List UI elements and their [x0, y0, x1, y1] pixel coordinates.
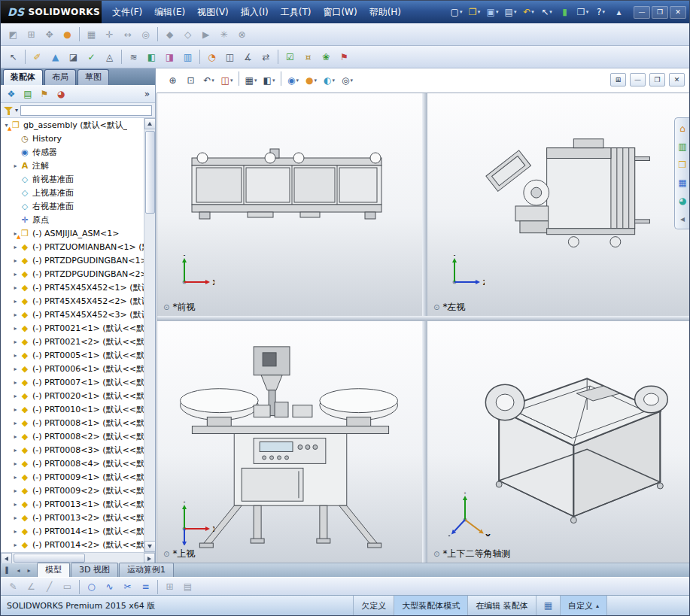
viewport-isometric[interactable]: YXZ ⊙ *上下二等角轴测 — [427, 321, 690, 563]
tree-expand-icon[interactable]: ▸ — [11, 162, 20, 169]
rebuild-icon[interactable]: ▮ — [556, 4, 573, 20]
featuremanager-tree-tab-icon[interactable]: ❖ — [4, 86, 19, 102]
menu-item[interactable]: 文件(F) — [106, 3, 148, 22]
thickness-analysis-icon[interactable]: ▥ — [179, 48, 196, 66]
tree-item[interactable]: ▸◆(-) PRT45X45X452<2> (默认 — [1, 294, 144, 308]
tree-item[interactable]: ▸◆(-) PRT0008<2> (默认<<默 — [1, 429, 144, 443]
section-view-icon[interactable]: ◫▾ — [218, 71, 236, 90]
tree-vertical-scrollbar[interactable] — [144, 118, 155, 552]
tree-expand-icon[interactable]: ▸ — [11, 379, 20, 386]
tree-expand-icon[interactable]: ▸ — [11, 474, 20, 481]
select-arrow-icon[interactable]: ↖ — [5, 48, 22, 66]
viewport-layout-icon[interactable]: ⊞ — [610, 73, 626, 86]
tree-item[interactable]: ▸◆(-) PRTZDPGUDINGBAN<1> — [1, 253, 144, 267]
status-underdefined[interactable]: 欠定义 — [353, 596, 394, 615]
mate-icon[interactable]: ✥ — [41, 26, 58, 44]
design-library-tab-icon[interactable]: ▥ — [676, 140, 689, 153]
status-customize[interactable]: 自定义▴ — [560, 596, 606, 615]
tree-item[interactable]: ▸◆(-) PRTZDPGUDINGBAN<2> — [1, 267, 144, 281]
show-hidden-components-icon[interactable]: ◎ — [137, 26, 154, 44]
new-motion-study-icon[interactable]: ▶ — [197, 26, 214, 44]
configurationmanager-tab-icon[interactable]: ⚑ — [37, 86, 52, 102]
print-icon[interactable]: ▤▾ — [502, 4, 519, 20]
status-quick-tips[interactable]: ▦ — [536, 596, 560, 615]
tree-item[interactable]: ▸◆(-) PRT0010<1> (默认<<默 — [1, 402, 144, 416]
tree-item[interactable]: ▸◆(-) PRT0013<1> (默认<<默 — [1, 497, 144, 511]
tree-expand-icon[interactable]: ▸ — [11, 244, 20, 250]
reference-geometry-icon[interactable]: ◇ — [179, 26, 196, 44]
tree-item[interactable]: ▸◆(-) PRT0005<1> (默认<<默 — [1, 348, 144, 362]
tab-scroll-left-icon[interactable]: ◂ — [14, 566, 23, 575]
fm-expand-chevron-icon[interactable]: » — [142, 89, 152, 99]
custom-properties-tab-icon[interactable]: ◂ — [676, 212, 689, 225]
tree-item[interactable]: ▸◆(-) PRT0013<2> (默认<<默 — [1, 511, 144, 524]
tree-item[interactable]: ▸❒▲(-) ASMJIJIA_ASM<1> — [1, 226, 144, 240]
tree-expand-icon[interactable]: ▸ — [11, 393, 20, 399]
previous-view-icon[interactable]: ↶▾ — [200, 71, 217, 90]
new-document-icon[interactable]: ▢▾ — [448, 4, 465, 20]
save-icon[interactable]: ▣▾ — [484, 4, 501, 20]
tree-item[interactable]: ✛原点 — [1, 213, 144, 226]
tree-item[interactable]: ◉传感器 — [1, 145, 144, 159]
mass-properties-icon[interactable]: ▲ — [47, 48, 64, 66]
tree-expand-icon[interactable]: ▸ — [11, 406, 20, 413]
menu-item[interactable]: 视图(V) — [191, 3, 235, 22]
collapse-ribbon-icon[interactable]: ▴ — [610, 4, 628, 20]
tree-expand-icon[interactable]: ▸ — [11, 433, 20, 440]
tree-expand-icon[interactable]: ▸ — [11, 487, 20, 494]
convert-entities-icon[interactable]: ≡ — [137, 578, 154, 596]
scrollbar-track[interactable] — [144, 129, 156, 541]
tree-expand-icon[interactable]: ▸ — [11, 325, 20, 332]
view-settings-icon[interactable]: ◎▾ — [339, 71, 356, 90]
simulationxpress-icon[interactable]: ⚑ — [336, 48, 353, 66]
tab-scroll-right-icon[interactable]: ▸ — [24, 566, 34, 575]
draft-analysis-icon[interactable]: ◧ — [143, 48, 160, 66]
tree-item[interactable]: ◷History — [1, 132, 144, 145]
zebra-stripes-icon[interactable]: ≋ — [125, 48, 142, 66]
design-checker-icon[interactable]: ☑ — [281, 48, 299, 66]
appearances-tab-icon[interactable]: ◕ — [676, 194, 689, 207]
tree-expand-icon[interactable]: ▸ — [11, 257, 20, 264]
symmetry-check-icon[interactable]: ◫ — [221, 48, 239, 66]
tree-item[interactable]: ▸◆(-) PRT0021<2> (默认<<默 — [1, 335, 144, 348]
scroll-up-icon[interactable] — [144, 118, 156, 129]
filter-funnel-icon[interactable] — [4, 106, 13, 115]
tree-item[interactable]: ▸◆(-) PRT0008<1> (默认<<默 — [1, 416, 144, 429]
viewport-left[interactable]: YZ ⊙ *左视 — [427, 93, 690, 316]
tree-item[interactable]: ▸◆(-) PRT0009<1> (默认<<默 — [1, 470, 144, 484]
tree-expand-icon[interactable]: ▸ — [11, 460, 20, 467]
edit-appearance-icon[interactable]: ●▾ — [302, 71, 320, 90]
deviation-analysis-icon[interactable]: ∡ — [239, 48, 257, 66]
tree-expand-icon[interactable]: ▸ — [11, 352, 20, 359]
viewport-splitter-vertical[interactable] — [422, 93, 427, 563]
measure-icon[interactable]: ✐ — [29, 48, 46, 66]
line-icon[interactable]: ╱ — [41, 578, 58, 596]
zoom-to-fit-icon[interactable]: ⊕ — [164, 71, 181, 90]
menu-item[interactable]: 窗口(W) — [317, 3, 363, 22]
linear-sketch-pattern-icon[interactable]: ▤ — [179, 578, 196, 596]
tree-item[interactable]: ▸◆(-) PRT0021<1> (默认<<默 — [1, 321, 144, 335]
doc-close-icon[interactable]: ✕ — [669, 73, 685, 86]
scrollbar-thumb[interactable] — [145, 131, 155, 214]
tree-expand-icon[interactable]: ▸ — [11, 420, 20, 426]
undo-icon[interactable]: ↶▾ — [520, 4, 537, 20]
apply-scene-icon[interactable]: ◐▾ — [321, 71, 338, 90]
tree-item[interactable]: ◇上视基准面 — [1, 186, 144, 199]
sustainability-icon[interactable]: ❀ — [318, 48, 335, 66]
document-tab-2[interactable]: 运动算例1 — [119, 563, 174, 577]
viewport-front[interactable]: YX ⊙ *前视 — [157, 93, 422, 316]
section-properties-icon[interactable]: ◪ — [65, 48, 82, 66]
trim-entities-icon[interactable]: ✂ — [119, 578, 136, 596]
sketch-icon[interactable]: ✎ — [5, 578, 22, 596]
tree-item[interactable]: ◇前视基准面 — [1, 172, 144, 186]
tree-item[interactable]: ▸◆(-) PRT0014<2> (默认<<默 — [1, 538, 144, 551]
tree-item[interactable]: ▸◆(-) PRT0009<2> (默认<<默 — [1, 484, 144, 497]
tree-expand-icon[interactable]: ▸ — [11, 311, 20, 318]
tree-expand-icon[interactable]: ▸ — [11, 514, 20, 521]
smart-fasteners-icon[interactable]: ✛ — [101, 26, 118, 44]
tree-item[interactable]: ▸A注解 — [1, 159, 144, 172]
menu-item[interactable]: 帮助(H) — [363, 3, 407, 22]
edit-component-icon[interactable]: ◩ — [5, 26, 22, 44]
command-tab-0[interactable]: 装配体 — [3, 69, 43, 85]
rectangle-icon[interactable]: ▭ — [59, 578, 76, 596]
